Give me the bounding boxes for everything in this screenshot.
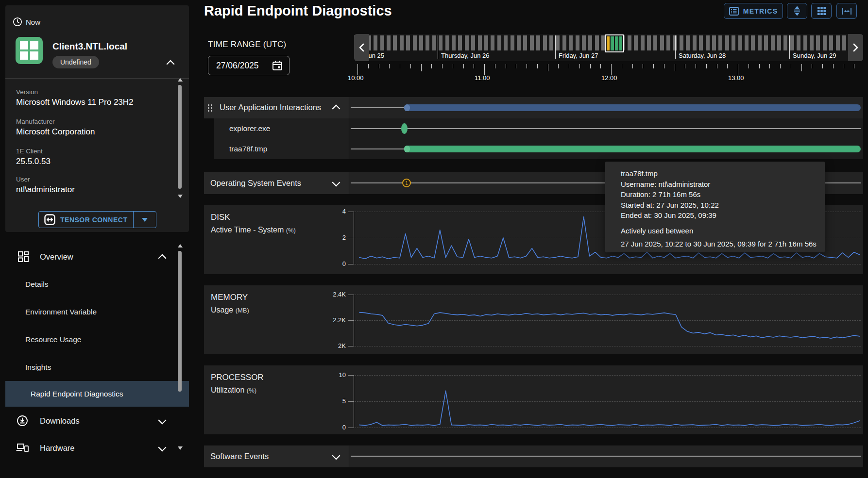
sidebar-item-insights[interactable]: Insights <box>0 356 189 379</box>
ruler-hour-label: 13:00 <box>728 74 749 82</box>
day-divider <box>555 35 556 59</box>
ruler-tick <box>611 64 612 75</box>
downloads-icon <box>17 415 28 427</box>
nav-scrollbar-thumb[interactable] <box>178 251 182 392</box>
card-divider <box>5 78 189 79</box>
ruler-hour-label: 10:00 <box>348 74 369 82</box>
sidebar-item-label: Overview <box>40 252 73 262</box>
uai-summary-bar[interactable] <box>404 104 861 111</box>
software-events-section-header[interactable]: Software Events <box>204 445 349 467</box>
scroll-up-icon[interactable] <box>178 244 183 247</box>
uai-section-title: User Application Interactions <box>220 103 321 112</box>
os-events-title: Operating System Events <box>210 179 301 188</box>
hostname: Client3.NTL.local <box>52 41 127 52</box>
explorer-activity-line <box>351 128 861 129</box>
app-root: Now Client3.NTL.local Undefined Version … <box>0 0 868 478</box>
scroll-down-icon[interactable] <box>178 446 183 450</box>
os-events-column-divider <box>349 172 349 194</box>
scroll-down-icon[interactable] <box>178 195 183 198</box>
timeline-scroll-right-button[interactable] <box>848 34 863 61</box>
chevron-down-icon <box>332 179 340 187</box>
processor-line-series <box>355 375 861 428</box>
ruler-tick <box>685 64 685 68</box>
sidebar-item-downloads[interactable]: Downloads <box>0 409 189 432</box>
memory-tick <box>348 346 354 346</box>
processor-y-axis <box>354 375 354 428</box>
date-input[interactable]: 27/06/2025 <box>208 56 289 75</box>
ruler-tick <box>410 64 411 68</box>
tensor-connect-main[interactable]: TENSOR CONNECT <box>39 212 133 228</box>
remote-connect-icon <box>44 214 55 225</box>
ruler-tick <box>431 64 432 68</box>
uai-row-traa78f-label-panel: traa78f.tmp <box>214 139 349 159</box>
day-divider <box>789 35 790 59</box>
grid-view-button[interactable] <box>811 3 832 19</box>
ruler-tick <box>368 64 369 68</box>
sidebar-item-overview[interactable]: Overview <box>0 245 189 268</box>
fit-vertical-button[interactable] <box>787 3 807 19</box>
chevron-down-icon <box>332 452 340 460</box>
ruler-tick <box>474 64 474 68</box>
uai-summary-line <box>351 107 409 108</box>
processor-tick <box>348 428 354 428</box>
drag-handle-icon[interactable] <box>207 104 213 112</box>
processor-tick <box>348 375 354 376</box>
sidebar-item-hardware[interactable]: Hardware <box>0 436 189 460</box>
ruler-tick <box>717 64 717 68</box>
os-event-marker[interactable]: 1 <box>402 179 411 187</box>
selection-activity-bars <box>607 36 622 50</box>
card-scrollbar-thumb[interactable] <box>178 85 182 189</box>
sidebar-item-details[interactable]: Details <box>0 273 189 296</box>
ruler-tick <box>696 64 696 68</box>
memory-tick <box>348 295 354 295</box>
disk-tick <box>348 212 354 212</box>
ruler-tick <box>558 64 559 68</box>
ruler-tick <box>463 64 464 68</box>
field-manufacturer: Manufacturer Microsoft Corporation <box>16 118 95 137</box>
ruler-tick <box>780 64 781 68</box>
timeline-strip[interactable]: Jun 25Thursday, Jun 26Friday, Jun 27Satu… <box>354 34 863 61</box>
memory-tick-label: 2.4K <box>311 291 346 298</box>
uai-section-header[interactable]: User Application Interactions <box>204 97 349 118</box>
day-divider <box>438 35 438 59</box>
software-events-title: Software Events <box>210 452 269 461</box>
sidebar-item-resource-usage[interactable]: Resource Usage <box>0 328 189 351</box>
tensor-connect-button[interactable]: TENSOR CONNECT <box>38 211 156 228</box>
nav-scrollbar[interactable] <box>177 243 183 454</box>
disk-tick-label: 0 <box>311 260 346 267</box>
clock-icon <box>13 17 22 27</box>
time-ruler: 10:0011:0012:0013:00 <box>354 64 863 82</box>
tooltip-subtitle: Actively used between <box>621 226 825 236</box>
processor-tick <box>348 401 354 402</box>
ruler-tick <box>357 64 358 75</box>
calendar-icon[interactable] <box>272 60 283 71</box>
memory-tick-label: 2.2K <box>311 316 346 324</box>
memory-line-series <box>355 295 861 346</box>
dropdown-caret-icon <box>142 218 148 222</box>
card-scrollbar[interactable] <box>177 76 183 202</box>
explorer-activity-dot[interactable] <box>401 123 408 134</box>
ruler-hour-label: 12:00 <box>601 74 623 82</box>
day-label: Thursday, Jun 26 <box>441 52 489 59</box>
traa78f-activity-bar[interactable] <box>404 146 861 152</box>
day-label: Sunday, Jun 29 <box>793 52 836 59</box>
metrics-button[interactable]: METRICS <box>724 3 783 19</box>
sidebar-item-environment-variable[interactable]: Environment Variable <box>0 300 189 324</box>
timeline-scroll-left-button[interactable] <box>354 34 369 61</box>
ruler-tick <box>844 64 844 68</box>
status-badge: Undefined <box>52 56 99 68</box>
sidebar-item-rapid-endpoint-diagnostics[interactable]: Rapid Endpoint Diagnostics <box>5 381 189 407</box>
os-events-section-header[interactable]: Operating System Events <box>204 172 349 194</box>
card-collapse-chevron-up-icon[interactable] <box>167 60 175 68</box>
activity-tooltip: traa78f.tmp Username: ntl\administrator … <box>605 162 825 252</box>
tensor-connect-dropdown[interactable] <box>133 212 156 228</box>
disk-tick <box>348 238 354 238</box>
fit-width-button[interactable] <box>836 3 857 19</box>
page-title: Rapid Endpoint Diagnostics <box>204 3 392 19</box>
memory-tick <box>348 320 354 321</box>
scroll-up-icon[interactable] <box>178 78 183 82</box>
fit-width-icon <box>842 7 852 16</box>
ruler-tick <box>643 64 643 68</box>
timeline-selection-window[interactable] <box>605 34 624 52</box>
memory-tick-label: 2K <box>311 342 346 349</box>
